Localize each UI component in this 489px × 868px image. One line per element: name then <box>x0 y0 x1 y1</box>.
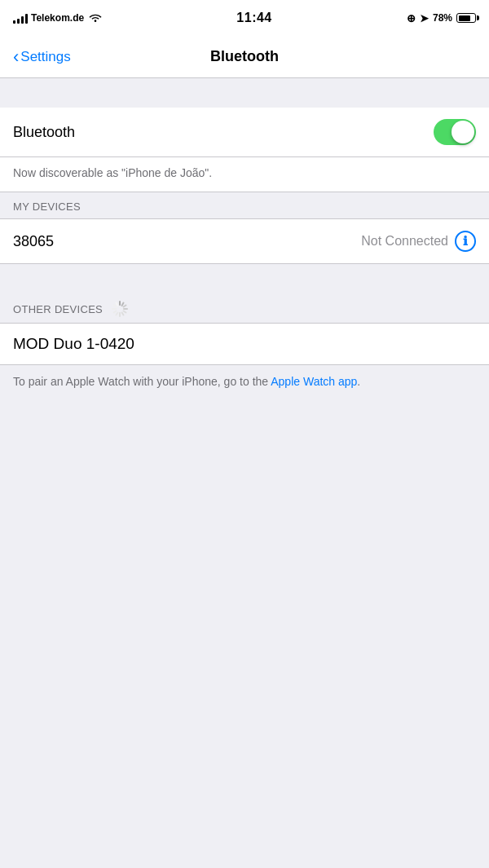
svg-line-5 <box>122 313 124 315</box>
back-label: Settings <box>20 49 70 65</box>
svg-line-2 <box>124 306 126 307</box>
info-icon[interactable]: ℹ <box>455 231 476 252</box>
footer-text-after-link: . <box>357 375 360 388</box>
footer-note: To pair an Apple Watch with your iPhone,… <box>0 365 489 399</box>
battery-icon <box>456 13 476 23</box>
status-right: ⊕ ➤ 78% <box>407 12 476 24</box>
discoverable-row: Now discoverable as "iPhone de João". <box>0 157 489 192</box>
svg-line-8 <box>114 311 117 313</box>
other-devices-label: OTHER DEVICES <box>13 303 103 315</box>
svg-line-1 <box>122 303 124 306</box>
mod-duo-name: MOD Duo 1-0420 <box>13 335 134 353</box>
footer-note-text: To pair an Apple Watch with your iPhone,… <box>13 373 476 390</box>
status-time: 11:44 <box>236 11 271 25</box>
nav-bar: ‹ Settings Bluetooth <box>0 36 489 78</box>
bluetooth-toggle-row: Bluetooth <box>0 108 489 157</box>
device-row[interactable]: 38065 Not Connected ℹ <box>0 218 489 264</box>
my-devices-section-header: MY DEVICES <box>0 192 489 218</box>
navigation-icon: ➤ <box>420 12 429 24</box>
bluetooth-toggle[interactable] <box>434 119 476 145</box>
svg-line-7 <box>117 313 118 315</box>
device-status-row: Not Connected ℹ <box>361 231 476 252</box>
bottom-space <box>0 399 489 610</box>
my-devices-label: MY DEVICES <box>13 200 81 213</box>
other-devices-spacer <box>0 264 489 293</box>
other-devices-section-header: OTHER DEVICES <box>0 293 489 323</box>
svg-line-11 <box>117 303 118 306</box>
loading-spinner-icon <box>111 300 129 318</box>
svg-line-4 <box>124 311 126 313</box>
page-title: Bluetooth <box>210 48 279 65</box>
carrier-label: Telekom.de <box>31 12 84 24</box>
status-left: Telekom.de <box>13 11 102 24</box>
back-button[interactable]: ‹ Settings <box>13 48 71 66</box>
battery-percent-label: 78% <box>433 12 452 24</box>
wifi-icon <box>89 11 102 24</box>
toggle-knob <box>452 121 474 143</box>
apple-watch-app-link[interactable]: Apple Watch app <box>271 375 357 388</box>
location-icon: ⊕ <box>407 12 416 24</box>
status-bar: Telekom.de 11:44 ⊕ ➤ 78% <box>0 0 489 36</box>
top-spacer <box>0 78 489 108</box>
footer-text-before-link: To pair an Apple Watch with your iPhone,… <box>13 375 271 388</box>
signal-bars-icon <box>13 12 28 24</box>
device-name: 38065 <box>13 233 54 250</box>
bluetooth-label: Bluetooth <box>13 124 75 141</box>
discoverable-text: Now discoverable as "iPhone de João". <box>13 166 212 179</box>
device-status-text: Not Connected <box>361 234 448 249</box>
mod-duo-row[interactable]: MOD Duo 1-0420 <box>0 323 489 365</box>
svg-line-10 <box>114 306 117 307</box>
chevron-left-icon: ‹ <box>13 48 19 66</box>
